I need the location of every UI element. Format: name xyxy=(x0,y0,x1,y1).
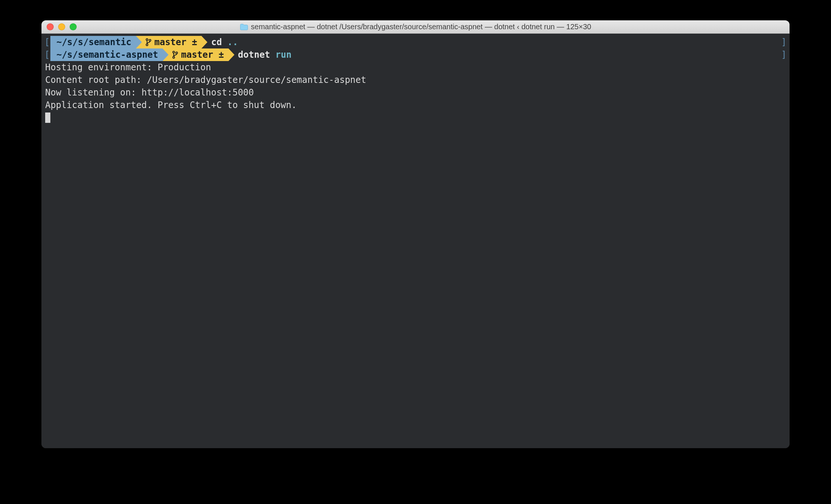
output-line: Application started. Press Ctrl+C to shu… xyxy=(44,99,787,111)
svg-point-4 xyxy=(176,52,178,54)
folder-icon xyxy=(240,24,248,30)
titlebar[interactable]: semantic-aspnet — dotnet /Users/bradygas… xyxy=(41,20,790,34)
bracket-close: ] xyxy=(781,48,787,61)
prompt-line-1: [ ~/s/s/semantic master ± cd xyxy=(44,36,787,48)
terminal-body[interactable]: [ ~/s/s/semantic master ± cd xyxy=(41,34,790,448)
traffic-lights xyxy=(47,23,77,30)
prompt-branch: master xyxy=(181,48,213,61)
zoom-button[interactable] xyxy=(70,23,77,30)
git-branch-icon xyxy=(172,51,178,59)
git-branch-icon xyxy=(146,38,151,46)
command: dotnet xyxy=(238,48,270,61)
bracket-open: [ xyxy=(44,36,50,48)
output-line: Content root path: /Users/bradygaster/so… xyxy=(44,74,787,86)
prompt-command-segment: dotnet run xyxy=(228,48,296,61)
prompt-command-segment: cd .. xyxy=(201,36,242,48)
prompt-path: ~/s/s/semantic xyxy=(56,36,131,48)
svg-point-0 xyxy=(146,39,148,41)
cursor xyxy=(45,112,50,123)
command: cd xyxy=(211,36,222,48)
output-line: Hosting environment: Production xyxy=(44,61,787,74)
svg-point-1 xyxy=(149,40,151,41)
prompt-path: ~/s/semantic-aspnet xyxy=(56,48,158,61)
command-arg: .. xyxy=(227,36,238,48)
bracket-close: ] xyxy=(781,36,787,48)
bracket-open: [ xyxy=(44,48,50,61)
prompt-path-segment: ~/s/semantic-aspnet xyxy=(50,48,163,61)
prompt-git-segment: master ± xyxy=(136,36,202,48)
window-title: semantic-aspnet — dotnet /Users/bradygas… xyxy=(251,23,591,31)
command-arg: run xyxy=(276,48,291,61)
prompt-dirty-indicator: ± xyxy=(218,48,224,61)
terminal-window: semantic-aspnet — dotnet /Users/bradygas… xyxy=(41,20,790,448)
prompt-git-segment: master ± xyxy=(163,48,228,61)
prompt-dirty-indicator xyxy=(186,36,191,48)
output-line: Now listening on: http://localhost:5000 xyxy=(44,86,787,99)
minimize-button[interactable] xyxy=(58,23,65,30)
prompt-branch: master xyxy=(154,36,187,48)
svg-point-3 xyxy=(173,51,175,53)
svg-point-5 xyxy=(173,57,175,58)
window-title-wrap: semantic-aspnet — dotnet /Users/bradygas… xyxy=(41,23,790,31)
prompt-path-segment: ~/s/s/semantic xyxy=(50,36,136,48)
svg-point-2 xyxy=(146,44,148,46)
close-button[interactable] xyxy=(47,23,54,30)
prompt-line-2: [ ~/s/semantic-aspnet master ± xyxy=(44,48,787,61)
